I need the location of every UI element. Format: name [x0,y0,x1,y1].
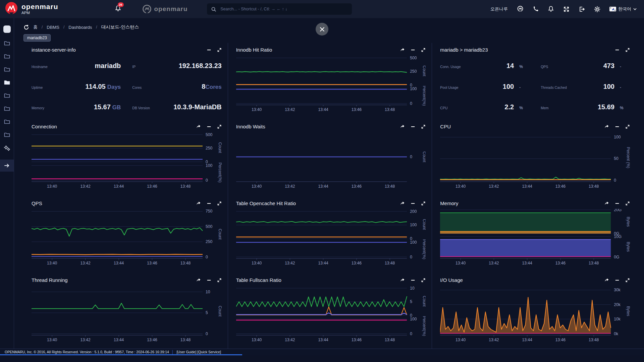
close-overlay-button[interactable] [316,23,328,36]
logout-button[interactable] [579,6,585,12]
chart-canvas-connection[interactable]: 5002500Count1000Percent(%)13:4013:4213:4… [32,132,222,192]
instance-tag[interactable]: mariadb23 [23,34,51,42]
expand-button[interactable] [217,278,222,283]
chart-canvas-cpu[interactable]: 100500Percent (%)13:4013:4213:4413:4613:… [440,132,630,192]
expand-button[interactable] [421,201,426,206]
svg-text:250: 250 [410,69,417,74]
share-button[interactable] [604,124,609,129]
svg-text:13:42: 13:42 [285,338,295,342]
share-button[interactable] [196,278,201,283]
expand-button[interactable] [625,278,630,283]
share-button[interactable] [400,278,405,283]
breadcrumb-dashboards[interactable]: Dashboards [68,25,92,30]
share-button[interactable] [400,124,405,129]
chart-canvas-qps[interactable]: 7505002500Count13:4013:4213:4413:4613:48 [32,209,222,268]
share-button[interactable] [196,124,201,129]
svg-text:13:40: 13:40 [47,184,57,189]
folder-open-icon[interactable] [0,80,14,85]
collapse-button[interactable] [615,124,620,129]
svg-text:13:40: 13:40 [455,338,466,342]
chart-canvas-innodb-hit-ratio[interactable]: 5002500Count1000Percent(%)13:4013:4213:4… [236,55,426,115]
horizontal-scrollbar[interactable] [0,354,242,355]
svg-text:250: 250 [206,239,213,244]
breadcrumb-home[interactable]: 홈 [33,24,38,30]
share-button[interactable] [400,201,405,206]
folder-icon[interactable] [0,119,14,124]
expand-button[interactable] [217,124,222,129]
share-button[interactable] [196,201,201,206]
chart-canvas-table-fullscan-ratio[interactable]: 1050Count1000Percent(%)13:4013:4213:4413… [236,286,426,345]
openmaru-watermark-text: openmaru [154,5,188,13]
apm-monitor-button[interactable] [517,6,524,12]
footer-links[interactable]: [User Guide] [Quick Service] [176,350,221,354]
svg-text:13:40: 13:40 [252,261,262,265]
panel-title: instance-server-info [32,47,76,53]
svg-text:5: 5 [410,299,412,304]
toggle-icon[interactable] [0,25,14,33]
expand-button[interactable] [625,48,630,52]
breadcrumb-separator: / [42,25,43,29]
collapse-button[interactable] [615,48,620,52]
expand-all-button[interactable] [563,6,570,12]
expand-button[interactable] [421,124,426,129]
chart-canvas-io-usage[interactable]: 30k20k10k0kBytes13:4013:4213:4413:4613:4… [440,286,630,345]
arrow-icon[interactable] [0,160,14,172]
contact-button[interactable] [533,6,539,12]
svg-text:20G: 20G [614,209,622,212]
breadcrumb-dbms[interactable]: DBMS [47,25,59,30]
collapse-button[interactable] [411,124,415,129]
folder-icon[interactable] [0,41,14,46]
collapse-button[interactable] [411,201,415,206]
notification-bell-button[interactable]: 26 [115,5,121,13]
folder-icon[interactable] [0,67,14,72]
collapse-button[interactable] [615,278,620,283]
collapse-button[interactable] [411,278,415,283]
openmaru-gray-icon [142,4,152,14]
svg-text:13:42: 13:42 [285,184,295,189]
grid-column-2: Innodb Hit Ratio5002500Count1000Percent(… [228,43,432,350]
gears-icon[interactable] [0,145,14,151]
expand-button[interactable] [217,201,222,206]
folder-icon[interactable] [0,132,14,137]
chart-canvas-thread-running[interactable]: 1050Count13:4013:4213:4413:4613:48 [32,286,222,345]
openmaru-mark-icon [517,6,524,12]
svg-text:Percent(%): Percent(%) [422,239,426,259]
folder-icon[interactable] [0,106,14,111]
share-button[interactable] [604,201,609,206]
alerts-button[interactable] [548,6,554,12]
collapse-button[interactable] [411,48,415,52]
collapse-button[interactable] [615,201,620,206]
chart-canvas-memory[interactable]: 20G0GBytes10G0GBytes13:4013:4213:4413:46… [440,209,630,268]
refresh-button[interactable] [23,24,29,30]
brand[interactable]: openmaru APM [5,2,58,16]
svg-text:Percent(%): Percent(%) [422,316,426,336]
expand-button[interactable] [421,278,426,283]
language-selector[interactable]: 한국어 [609,6,637,12]
svg-text:0: 0 [206,255,208,259]
share-button[interactable] [604,278,609,283]
svg-text:Percent (%): Percent (%) [626,147,630,168]
expand-button[interactable] [625,201,630,206]
user-name[interactable]: 오픈나루 [490,6,508,12]
collapse-button[interactable] [207,278,211,283]
expand-button[interactable] [625,124,630,129]
settings-button[interactable] [594,6,600,12]
share-button[interactable] [400,47,405,52]
folder-icon[interactable] [0,93,14,98]
svg-text:13:44: 13:44 [114,261,124,265]
svg-text:100: 100 [410,223,417,227]
svg-text:13:42: 13:42 [80,184,91,189]
collapse-button[interactable] [207,124,211,129]
collapse-button[interactable] [207,48,211,52]
panel-qps: QPS7505002500Count13:4013:4213:4413:4613… [23,196,228,273]
svg-text:13:40: 13:40 [252,338,262,342]
global-search[interactable] [207,3,352,15]
chart-canvas-innodb-waits[interactable]: 0Count13:4013:4213:4413:4613:48 [236,132,426,192]
search-input[interactable] [220,6,348,12]
folder-icon[interactable] [0,54,14,59]
panel-title: CPU [440,124,451,129]
expand-button[interactable] [421,48,426,52]
chart-canvas-table-opencache-hit-ratio[interactable]: 2001000Count1000Percent(%)13:4013:4213:4… [236,209,426,268]
expand-button[interactable] [217,48,222,52]
collapse-button[interactable] [207,201,211,206]
